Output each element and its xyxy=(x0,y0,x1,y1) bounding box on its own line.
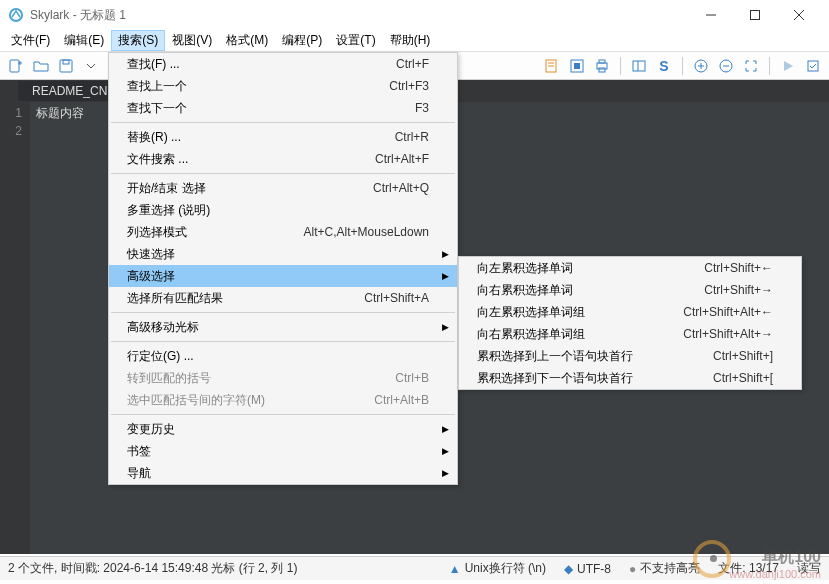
menu-separator xyxy=(111,312,455,313)
menu-shortcut: Ctrl+Alt+F xyxy=(375,152,429,166)
svg-rect-14 xyxy=(574,63,580,69)
menu-item: 转到匹配的括号Ctrl+B xyxy=(109,367,457,389)
menu-item[interactable]: 编程(P) xyxy=(275,30,329,51)
status-eol[interactable]: Unix换行符 (\n) xyxy=(465,560,546,577)
search-menu-dropdown: 查找(F) ...Ctrl+F查找上一个Ctrl+F3查找下一个F3替换(R) … xyxy=(108,52,458,485)
submenu-arrow-icon: ▶ xyxy=(442,271,449,281)
menu-item-label: 选择所有匹配结果 xyxy=(127,290,364,307)
print-icon[interactable] xyxy=(592,56,612,76)
menu-item-label: 高级选择 xyxy=(127,268,429,285)
svg-rect-5 xyxy=(10,60,19,72)
window-title: Skylark - 无标题 1 xyxy=(30,7,126,24)
panel-icon[interactable] xyxy=(629,56,649,76)
box-icon[interactable] xyxy=(803,56,823,76)
menu-item[interactable]: 查找下一个F3 xyxy=(109,97,457,119)
menu-item-label: 累积选择到上一个语句块首行 xyxy=(477,348,713,365)
menu-item[interactable]: 高级移动光标▶ xyxy=(109,316,457,338)
menu-item-label: 向右累积选择单词 xyxy=(477,282,704,299)
bold-icon[interactable]: S xyxy=(654,56,674,76)
menu-item[interactable]: 行定位(G) ... xyxy=(109,345,457,367)
menu-item-label: 导航 xyxy=(127,465,429,482)
menu-item-label: 开始/结束 选择 xyxy=(127,180,373,197)
menu-item[interactable]: 快速选择▶ xyxy=(109,243,457,265)
menu-item[interactable]: 文件搜索 ...Ctrl+Alt+F xyxy=(109,148,457,170)
minimize-button[interactable] xyxy=(689,0,733,30)
hl-icon: ● xyxy=(629,562,636,576)
menu-item-label: 行定位(G) ... xyxy=(127,348,429,365)
menu-item[interactable]: 开始/结束 选择Ctrl+Alt+Q xyxy=(109,177,457,199)
menu-shortcut: Ctrl+F xyxy=(396,57,429,71)
menu-shortcut: Alt+C,Alt+MouseLdown xyxy=(304,225,429,239)
menu-item[interactable]: 累积选择到上一个语句块首行Ctrl+Shift+] xyxy=(459,345,801,367)
save-dropdown-icon[interactable] xyxy=(81,56,101,76)
menu-shortcut: Ctrl+Shift+Alt+→ xyxy=(683,327,773,341)
menu-shortcut: Ctrl+F3 xyxy=(389,79,429,93)
title-bar: Skylark - 无标题 1 xyxy=(0,0,829,30)
menu-shortcut: Ctrl+Alt+Q xyxy=(373,181,429,195)
maximize-button[interactable] xyxy=(733,0,777,30)
svg-rect-16 xyxy=(599,60,605,63)
close-button[interactable] xyxy=(777,0,821,30)
menu-item-label: 书签 xyxy=(127,443,429,460)
menu-item[interactable]: 向右累积选择单词Ctrl+Shift+→ xyxy=(459,279,801,301)
status-highlight[interactable]: 不支持高亮 xyxy=(640,560,700,577)
menu-separator xyxy=(111,122,455,123)
zoom-out-icon[interactable] xyxy=(716,56,736,76)
menu-item[interactable]: 替换(R) ...Ctrl+R xyxy=(109,126,457,148)
menu-item[interactable]: 向左累积选择单词Ctrl+Shift+← xyxy=(459,257,801,279)
menu-item[interactable]: 累积选择到下一个语句块首行Ctrl+Shift+[ xyxy=(459,367,801,389)
menu-item[interactable]: 文件(F) xyxy=(4,30,57,51)
enc-icon: ◆ xyxy=(564,562,573,576)
play-icon[interactable] xyxy=(778,56,798,76)
menu-item[interactable]: 向右累积选择单词组Ctrl+Shift+Alt+→ xyxy=(459,323,801,345)
submenu-arrow-icon: ▶ xyxy=(442,446,449,456)
stop-icon[interactable] xyxy=(567,56,587,76)
submenu-arrow-icon: ▶ xyxy=(442,249,449,259)
menu-item[interactable]: 帮助(H) xyxy=(383,30,438,51)
menu-item[interactable]: 视图(V) xyxy=(165,30,219,51)
menu-bar: 文件(F)编辑(E)搜索(S)视图(V)格式(M)编程(P)设置(T)帮助(H) xyxy=(0,30,829,52)
fullscreen-icon[interactable] xyxy=(741,56,761,76)
menu-item[interactable]: 查找上一个Ctrl+F3 xyxy=(109,75,457,97)
page-icon[interactable] xyxy=(542,56,562,76)
status-encoding[interactable]: UTF-8 xyxy=(577,562,611,576)
svg-rect-18 xyxy=(633,61,645,71)
menu-item[interactable]: 编辑(E) xyxy=(57,30,111,51)
menu-item[interactable]: 变更历史▶ xyxy=(109,418,457,440)
menu-item-label: 文件搜索 ... xyxy=(127,151,375,168)
menu-shortcut: Ctrl+R xyxy=(395,130,429,144)
menu-shortcut: Ctrl+Alt+B xyxy=(374,393,429,407)
menu-item[interactable]: 列选择模式Alt+C,Alt+MouseLdown xyxy=(109,221,457,243)
menu-item[interactable]: 查找(F) ...Ctrl+F xyxy=(109,53,457,75)
menu-shortcut: Ctrl+Shift+Alt+← xyxy=(683,305,773,319)
menu-shortcut: Ctrl+Shift+→ xyxy=(704,283,773,297)
toolbar-separator xyxy=(682,57,683,75)
status-left: 2 个文件, 时间戳: 2024-6-14 15:49:48 光标 (行 2, … xyxy=(8,560,297,577)
menu-item[interactable]: 高级选择▶ xyxy=(109,265,457,287)
toolbar-separator xyxy=(620,57,621,75)
menu-item[interactable]: 多重选择 (说明) xyxy=(109,199,457,221)
menu-item-label: 向左累积选择单词组 xyxy=(477,304,683,321)
menu-item[interactable]: 设置(T) xyxy=(329,30,382,51)
menu-separator xyxy=(111,414,455,415)
save-icon[interactable] xyxy=(56,56,76,76)
menu-item-label: 向左累积选择单词 xyxy=(477,260,704,277)
menu-item-label: 替换(R) ... xyxy=(127,129,395,146)
new-file-icon[interactable] xyxy=(6,56,26,76)
open-file-icon[interactable] xyxy=(31,56,51,76)
menu-separator xyxy=(111,173,455,174)
advanced-select-submenu: 向左累积选择单词Ctrl+Shift+←向右累积选择单词Ctrl+Shift+→… xyxy=(458,256,802,390)
menu-item-label: 查找下一个 xyxy=(127,100,415,117)
menu-item: 选中匹配括号间的字符(M)Ctrl+Alt+B xyxy=(109,389,457,411)
submenu-arrow-icon: ▶ xyxy=(442,424,449,434)
svg-rect-25 xyxy=(808,61,818,71)
menu-item[interactable]: 向左累积选择单词组Ctrl+Shift+Alt+← xyxy=(459,301,801,323)
menu-separator xyxy=(111,341,455,342)
menu-item[interactable]: 导航▶ xyxy=(109,462,457,484)
menu-item[interactable]: 选择所有匹配结果Ctrl+Shift+A xyxy=(109,287,457,309)
menu-item[interactable]: 书签▶ xyxy=(109,440,457,462)
menu-item[interactable]: 搜索(S) xyxy=(111,30,165,51)
menu-item[interactable]: 格式(M) xyxy=(219,30,275,51)
zoom-in-icon[interactable] xyxy=(691,56,711,76)
submenu-arrow-icon: ▶ xyxy=(442,322,449,332)
